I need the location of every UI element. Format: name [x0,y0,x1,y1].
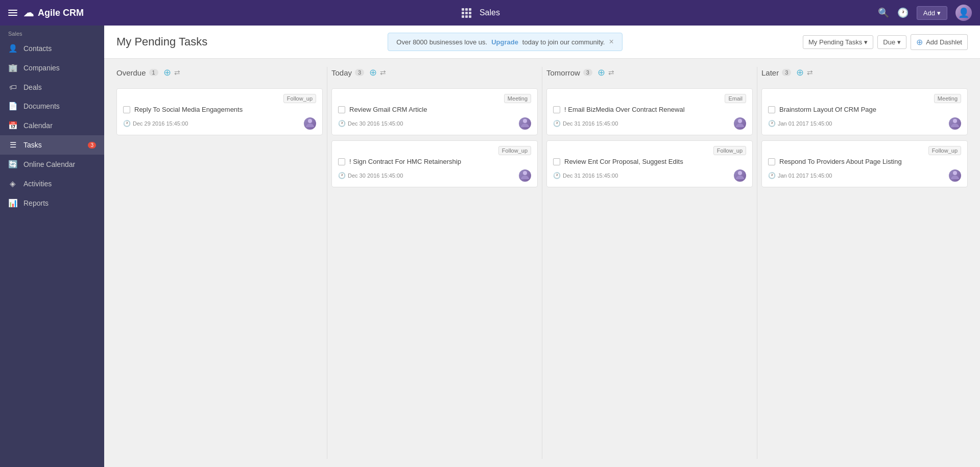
nav-right: 🔍 🕐 Add ▾ 👤 [878,5,972,21]
task-checkbox[interactable] [338,106,345,113]
svg-point-0 [308,119,312,123]
task-time: 🕐 Dec 31 2016 15:45:00 [553,120,618,127]
sidebar-item-online-calendar[interactable]: 🔄 Online Calendar [0,155,104,174]
sidebar-label-tasks: Tasks [23,141,42,149]
sidebar-item-reports[interactable]: 📊 Reports [0,193,104,213]
user-avatar[interactable]: 👤 [955,5,972,21]
task-card[interactable]: Follow_up Reply To Social Media Engageme… [116,88,323,135]
sidebar-item-tasks[interactable]: ☰ Tasks 3 [0,135,104,155]
task-card-footer: 🕐 Jan 01 2017 15:45:00 [768,117,961,130]
task-card-footer: 🕐 Jan 01 2017 15:45:00 [768,169,961,182]
task-card[interactable]: Follow_up ! Sign Contract For HMC Retain… [331,140,538,187]
task-tag-row: Follow_up [123,94,316,103]
search-icon[interactable]: 🔍 [878,7,889,18]
task-card-footer: 🕐 Dec 31 2016 15:45:00 [553,169,746,182]
top-navigation: ☁ Agile CRM Sales 🔍 🕐 Add ▾ 👤 [0,0,980,26]
task-card-footer: 🕐 Dec 30 2016 15:45:00 [338,117,531,130]
sidebar-item-companies[interactable]: 🏢 Companies [0,58,104,78]
task-card[interactable]: Follow_up Review Ent Cor Proposal, Sugge… [546,140,753,187]
sidebar-item-contacts[interactable]: 👤 Contacts [0,39,104,58]
upgrade-banner: Over 8000 businesses love us. Upgrade to… [388,33,622,51]
column-expand-btn-tomorrow[interactable]: ⇄ [608,68,614,77]
task-tag-row: Email [553,94,746,103]
column-count-later: 3 [782,69,791,76]
sidebar-item-activities[interactable]: ◈ Activities [0,174,104,193]
column-add-btn-tomorrow[interactable]: ⊕ [597,67,605,78]
task-tag-row: Follow_up [768,146,961,155]
add-label: Add [923,9,935,17]
task-checkbox[interactable] [553,158,560,165]
task-name: ! Sign Contract For HMC Retainership [349,157,531,166]
task-tag: Meeting [934,94,961,103]
task-card[interactable]: Meeting Brainstorm Layout Of CRM Page 🕐 … [761,88,968,135]
column-expand-btn-overdue[interactable]: ⇄ [174,68,180,77]
svg-point-4 [738,171,742,175]
sidebar: Sales 👤 Contacts 🏢 Companies 🏷 Deals 📄 D… [0,26,104,467]
task-column-today: Today 3 ⊕ ⇄ Meeting Review Gmail CRM Art… [327,67,542,459]
column-title-later: Later [761,68,779,77]
page-title: My Pending Tasks [116,35,207,48]
task-checkbox[interactable] [553,106,560,113]
filter-dropdown[interactable]: My Pending Tasks ▾ [803,35,873,49]
add-button[interactable]: Add ▾ [917,6,947,20]
sidebar-item-deals[interactable]: 🏷 Deals [0,78,104,96]
nav-title: Sales [480,8,500,17]
activity-icon: ◈ [8,179,17,188]
grid-icon [462,8,471,18]
task-checkbox[interactable] [768,106,775,113]
task-checkbox[interactable] [123,106,130,113]
task-card-top: Reply To Social Media Engagements [123,105,316,114]
clock-small-icon: 🕐 [338,172,346,179]
task-checkbox[interactable] [768,158,775,165]
column-title-today: Today [331,68,352,77]
sidebar-label-reports: Reports [23,199,49,207]
app-name: Agile CRM [38,8,84,18]
task-checkbox[interactable] [338,158,345,165]
column-add-btn-today[interactable]: ⊕ [369,67,377,78]
column-add-btn-overdue[interactable]: ⊕ [163,67,171,78]
task-tag: Follow_up [283,94,316,103]
column-count-overdue: 1 [149,69,158,76]
building-icon: 🏢 [8,63,17,72]
file-icon: 📄 [8,102,17,111]
add-dashlet-button[interactable]: ⊕ Add Dashlet [911,34,968,50]
due-dropdown[interactable]: Due ▾ [877,35,906,49]
task-card-footer: 🕐 Dec 30 2016 15:45:00 [338,169,531,182]
svg-point-5 [953,119,957,123]
sidebar-item-documents[interactable]: 📄 Documents [0,96,104,116]
task-avatar-container [519,117,531,130]
svg-point-3 [738,119,742,123]
sidebar-label-companies: Companies [23,64,60,72]
column-add-btn-later[interactable]: ⊕ [796,67,804,78]
column-count-today: 3 [355,69,364,76]
task-tag: Follow_up [928,146,961,155]
task-tag-row: Meeting [768,94,961,103]
sidebar-label-online-calendar: Online Calendar [23,160,75,168]
upgrade-link[interactable]: Upgrade [491,38,518,46]
task-card[interactable]: Meeting Review Gmail CRM Article 🕐 Dec 3… [331,88,538,135]
column-expand-btn-later[interactable]: ⇄ [807,68,813,77]
task-time: 🕐 Dec 31 2016 15:45:00 [553,172,618,179]
task-column-tomorrow: Tomorrow 3 ⊕ ⇄ Email ! Email BizMedia Ov… [542,67,757,459]
banner-close-button[interactable]: × [609,37,613,46]
column-title-overdue: Overdue [116,68,146,77]
column-header-overdue: Overdue 1 ⊕ ⇄ [116,67,323,82]
svg-point-1 [523,119,527,123]
task-card[interactable]: Follow_up Respond To Providers About Pag… [761,140,968,187]
plus-icon: ⊕ [916,37,923,47]
sidebar-label-calendar: Calendar [23,121,53,130]
task-avatar [949,117,961,130]
svg-point-2 [523,171,527,175]
task-time: 🕐 Dec 29 2016 15:45:00 [123,120,188,127]
task-name: Respond To Providers About Page Listing [779,157,961,166]
column-header-tomorrow: Tomorrow 3 ⊕ ⇄ [546,67,753,82]
refresh-icon: 🔄 [8,160,17,169]
task-avatar-container [734,169,746,182]
sidebar-item-calendar[interactable]: 📅 Calendar [0,116,104,135]
tasks-board: Overdue 1 ⊕ ⇄ Follow_up Reply To Social … [104,59,980,467]
clock-icon[interactable]: 🕐 [897,7,909,18]
task-card[interactable]: Email ! Email BizMedia Over Contract Ren… [546,88,753,135]
filter-chevron-icon: ▾ [864,38,868,46]
column-expand-btn-today[interactable]: ⇄ [380,68,386,77]
hamburger-menu[interactable] [8,10,17,16]
